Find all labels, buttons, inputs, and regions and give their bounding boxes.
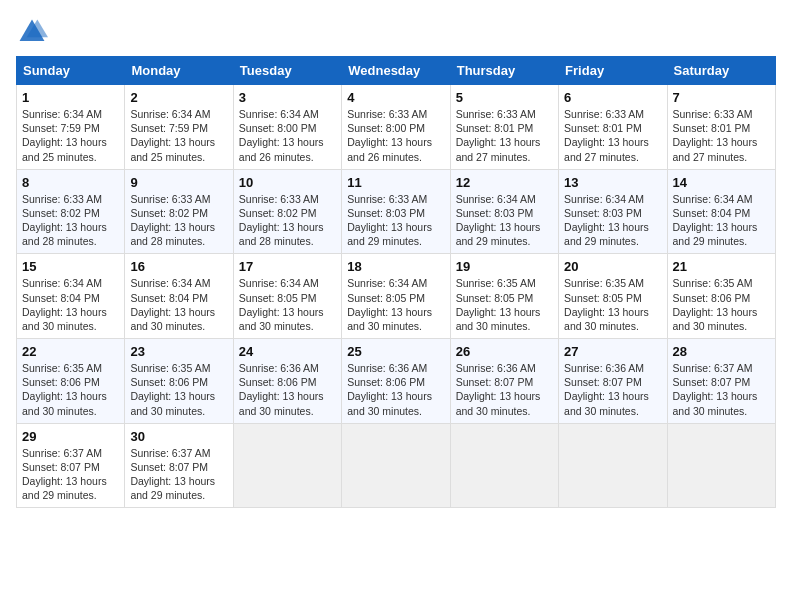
calendar-cell: 23 Sunrise: 6:35 AM Sunset: 8:06 PM Dayl… [125, 339, 233, 424]
calendar-cell [342, 423, 450, 508]
calendar-cell: 21 Sunrise: 6:35 AM Sunset: 8:06 PM Dayl… [667, 254, 775, 339]
logo [16, 16, 52, 48]
day-number: 20 [564, 259, 661, 274]
day-info: Sunrise: 6:36 AM Sunset: 8:06 PM Dayligh… [347, 361, 444, 418]
calendar-cell: 18 Sunrise: 6:34 AM Sunset: 8:05 PM Dayl… [342, 254, 450, 339]
calendar-cell: 30 Sunrise: 6:37 AM Sunset: 8:07 PM Dayl… [125, 423, 233, 508]
calendar-cell: 29 Sunrise: 6:37 AM Sunset: 8:07 PM Dayl… [17, 423, 125, 508]
calendar-cell: 27 Sunrise: 6:36 AM Sunset: 8:07 PM Dayl… [559, 339, 667, 424]
day-info: Sunrise: 6:33 AM Sunset: 8:02 PM Dayligh… [22, 192, 119, 249]
calendar-cell: 17 Sunrise: 6:34 AM Sunset: 8:05 PM Dayl… [233, 254, 341, 339]
day-info: Sunrise: 6:34 AM Sunset: 7:59 PM Dayligh… [130, 107, 227, 164]
day-number: 5 [456, 90, 553, 105]
day-number: 23 [130, 344, 227, 359]
calendar-week-1: 1 Sunrise: 6:34 AM Sunset: 7:59 PM Dayli… [17, 85, 776, 170]
weekday-header-thursday: Thursday [450, 57, 558, 85]
calendar-cell: 11 Sunrise: 6:33 AM Sunset: 8:03 PM Dayl… [342, 169, 450, 254]
day-number: 27 [564, 344, 661, 359]
day-info: Sunrise: 6:33 AM Sunset: 8:01 PM Dayligh… [673, 107, 770, 164]
day-number: 26 [456, 344, 553, 359]
calendar-cell: 9 Sunrise: 6:33 AM Sunset: 8:02 PM Dayli… [125, 169, 233, 254]
calendar-cell: 12 Sunrise: 6:34 AM Sunset: 8:03 PM Dayl… [450, 169, 558, 254]
day-info: Sunrise: 6:34 AM Sunset: 7:59 PM Dayligh… [22, 107, 119, 164]
day-number: 30 [130, 429, 227, 444]
day-info: Sunrise: 6:37 AM Sunset: 8:07 PM Dayligh… [130, 446, 227, 503]
day-number: 19 [456, 259, 553, 274]
day-number: 7 [673, 90, 770, 105]
weekday-header-friday: Friday [559, 57, 667, 85]
day-number: 18 [347, 259, 444, 274]
calendar-cell: 19 Sunrise: 6:35 AM Sunset: 8:05 PM Dayl… [450, 254, 558, 339]
calendar-cell: 5 Sunrise: 6:33 AM Sunset: 8:01 PM Dayli… [450, 85, 558, 170]
day-number: 14 [673, 175, 770, 190]
page-header [16, 16, 776, 48]
day-info: Sunrise: 6:33 AM Sunset: 8:03 PM Dayligh… [347, 192, 444, 249]
day-number: 16 [130, 259, 227, 274]
calendar-cell: 14 Sunrise: 6:34 AM Sunset: 8:04 PM Dayl… [667, 169, 775, 254]
weekday-header-row: SundayMondayTuesdayWednesdayThursdayFrid… [17, 57, 776, 85]
day-number: 21 [673, 259, 770, 274]
weekday-header-sunday: Sunday [17, 57, 125, 85]
day-info: Sunrise: 6:33 AM Sunset: 8:02 PM Dayligh… [130, 192, 227, 249]
day-number: 4 [347, 90, 444, 105]
calendar-cell: 8 Sunrise: 6:33 AM Sunset: 8:02 PM Dayli… [17, 169, 125, 254]
calendar-cell: 4 Sunrise: 6:33 AM Sunset: 8:00 PM Dayli… [342, 85, 450, 170]
calendar-cell: 22 Sunrise: 6:35 AM Sunset: 8:06 PM Dayl… [17, 339, 125, 424]
day-number: 15 [22, 259, 119, 274]
day-info: Sunrise: 6:34 AM Sunset: 8:03 PM Dayligh… [564, 192, 661, 249]
day-info: Sunrise: 6:35 AM Sunset: 8:05 PM Dayligh… [456, 276, 553, 333]
day-info: Sunrise: 6:36 AM Sunset: 8:06 PM Dayligh… [239, 361, 336, 418]
day-info: Sunrise: 6:34 AM Sunset: 8:04 PM Dayligh… [22, 276, 119, 333]
day-number: 12 [456, 175, 553, 190]
calendar-cell: 16 Sunrise: 6:34 AM Sunset: 8:04 PM Dayl… [125, 254, 233, 339]
day-number: 6 [564, 90, 661, 105]
weekday-header-wednesday: Wednesday [342, 57, 450, 85]
day-info: Sunrise: 6:36 AM Sunset: 8:07 PM Dayligh… [456, 361, 553, 418]
day-number: 1 [22, 90, 119, 105]
day-info: Sunrise: 6:36 AM Sunset: 8:07 PM Dayligh… [564, 361, 661, 418]
calendar-cell: 26 Sunrise: 6:36 AM Sunset: 8:07 PM Dayl… [450, 339, 558, 424]
calendar-cell: 1 Sunrise: 6:34 AM Sunset: 7:59 PM Dayli… [17, 85, 125, 170]
day-number: 11 [347, 175, 444, 190]
calendar-cell: 6 Sunrise: 6:33 AM Sunset: 8:01 PM Dayli… [559, 85, 667, 170]
calendar-week-4: 22 Sunrise: 6:35 AM Sunset: 8:06 PM Dayl… [17, 339, 776, 424]
day-info: Sunrise: 6:37 AM Sunset: 8:07 PM Dayligh… [22, 446, 119, 503]
weekday-header-monday: Monday [125, 57, 233, 85]
day-info: Sunrise: 6:34 AM Sunset: 8:04 PM Dayligh… [673, 192, 770, 249]
calendar-cell: 13 Sunrise: 6:34 AM Sunset: 8:03 PM Dayl… [559, 169, 667, 254]
calendar-cell: 2 Sunrise: 6:34 AM Sunset: 7:59 PM Dayli… [125, 85, 233, 170]
calendar-cell [559, 423, 667, 508]
day-number: 13 [564, 175, 661, 190]
calendar-cell: 3 Sunrise: 6:34 AM Sunset: 8:00 PM Dayli… [233, 85, 341, 170]
calendar-cell [233, 423, 341, 508]
day-number: 2 [130, 90, 227, 105]
day-number: 29 [22, 429, 119, 444]
calendar-cell: 24 Sunrise: 6:36 AM Sunset: 8:06 PM Dayl… [233, 339, 341, 424]
weekday-header-saturday: Saturday [667, 57, 775, 85]
day-number: 28 [673, 344, 770, 359]
calendar-table: SundayMondayTuesdayWednesdayThursdayFrid… [16, 56, 776, 508]
calendar-week-3: 15 Sunrise: 6:34 AM Sunset: 8:04 PM Dayl… [17, 254, 776, 339]
day-number: 10 [239, 175, 336, 190]
calendar-week-5: 29 Sunrise: 6:37 AM Sunset: 8:07 PM Dayl… [17, 423, 776, 508]
day-info: Sunrise: 6:33 AM Sunset: 8:00 PM Dayligh… [347, 107, 444, 164]
calendar-week-2: 8 Sunrise: 6:33 AM Sunset: 8:02 PM Dayli… [17, 169, 776, 254]
day-number: 22 [22, 344, 119, 359]
calendar-cell: 25 Sunrise: 6:36 AM Sunset: 8:06 PM Dayl… [342, 339, 450, 424]
logo-icon [16, 16, 48, 48]
calendar-cell: 10 Sunrise: 6:33 AM Sunset: 8:02 PM Dayl… [233, 169, 341, 254]
day-number: 8 [22, 175, 119, 190]
calendar-cell: 7 Sunrise: 6:33 AM Sunset: 8:01 PM Dayli… [667, 85, 775, 170]
day-info: Sunrise: 6:33 AM Sunset: 8:01 PM Dayligh… [456, 107, 553, 164]
day-info: Sunrise: 6:35 AM Sunset: 8:06 PM Dayligh… [22, 361, 119, 418]
day-info: Sunrise: 6:34 AM Sunset: 8:03 PM Dayligh… [456, 192, 553, 249]
day-number: 25 [347, 344, 444, 359]
day-info: Sunrise: 6:35 AM Sunset: 8:06 PM Dayligh… [130, 361, 227, 418]
weekday-header-tuesday: Tuesday [233, 57, 341, 85]
day-info: Sunrise: 6:34 AM Sunset: 8:04 PM Dayligh… [130, 276, 227, 333]
calendar-cell [450, 423, 558, 508]
day-info: Sunrise: 6:35 AM Sunset: 8:05 PM Dayligh… [564, 276, 661, 333]
day-number: 9 [130, 175, 227, 190]
day-info: Sunrise: 6:34 AM Sunset: 8:05 PM Dayligh… [239, 276, 336, 333]
day-number: 24 [239, 344, 336, 359]
